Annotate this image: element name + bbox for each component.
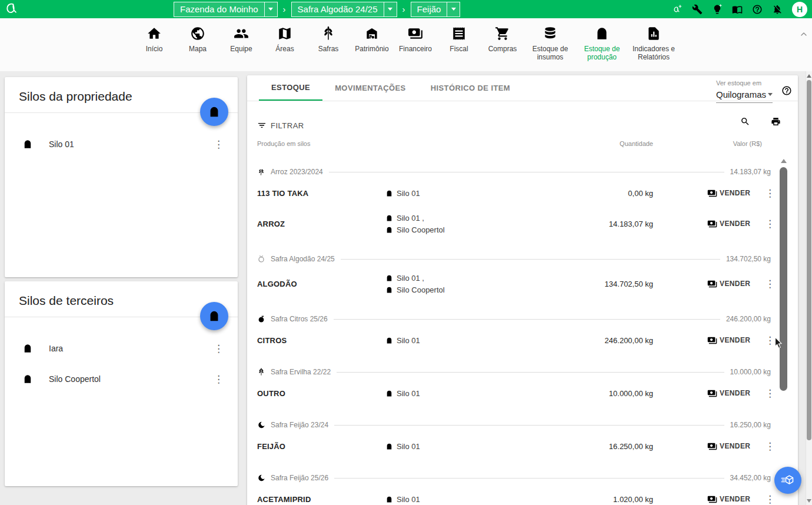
payments-icon bbox=[707, 335, 717, 345]
vender-button[interactable]: VENDER bbox=[707, 188, 750, 198]
notifications-off-icon[interactable] bbox=[772, 4, 783, 15]
item-quantity: 1.020,00 kg bbox=[527, 495, 653, 504]
nav-item-safras[interactable]: Safras bbox=[307, 26, 350, 71]
row-menu-button[interactable]: ⋮ bbox=[763, 387, 780, 400]
silo-icon bbox=[385, 337, 393, 344]
nav-item-patrimonio[interactable]: Patrimônio bbox=[350, 26, 394, 71]
column-header-value: Valor (R$) bbox=[703, 140, 762, 147]
breadcrumb-separator: › bbox=[283, 4, 286, 14]
silo-icon bbox=[385, 274, 393, 282]
item-menu-button[interactable]: ⋮ bbox=[211, 373, 226, 386]
item-quantity: 16.250,00 kg bbox=[527, 442, 653, 451]
divider bbox=[329, 172, 724, 172]
print-icon[interactable] bbox=[771, 117, 781, 127]
ship-production-button[interactable] bbox=[774, 467, 801, 494]
page-scrollbar[interactable] bbox=[806, 71, 812, 505]
row-menu-button[interactable]: ⋮ bbox=[763, 334, 780, 347]
farm-select[interactable]: Fazenda do Moinho bbox=[174, 2, 278, 17]
farm-select-value: Fazenda do Moinho bbox=[174, 2, 264, 16]
silo-icon bbox=[208, 310, 221, 323]
wrench-icon[interactable] bbox=[692, 4, 703, 15]
filter-icon bbox=[257, 121, 267, 130]
nav-item-compras[interactable]: Compras bbox=[481, 26, 524, 71]
nav-item-financeiro[interactable]: Financeiro bbox=[394, 26, 437, 71]
row-menu-button[interactable]: ⋮ bbox=[763, 440, 780, 453]
aegro-plus-icon[interactable] bbox=[672, 4, 683, 15]
add-silo-button[interactable] bbox=[200, 302, 228, 330]
row-menu-button[interactable]: ⋮ bbox=[763, 187, 780, 200]
receipt-icon bbox=[451, 26, 467, 41]
tab-historico-de-item[interactable]: HISTÓRICO DE ITEM bbox=[418, 75, 523, 101]
season-select[interactable]: Safra Algodão 24/25 bbox=[291, 2, 397, 17]
scroll-up-arrow[interactable] bbox=[807, 74, 811, 78]
map-icon bbox=[277, 26, 292, 41]
lightbulb-new-icon[interactable] bbox=[712, 4, 723, 15]
vender-button[interactable]: VENDER bbox=[707, 388, 750, 398]
avatar[interactable]: H bbox=[792, 2, 807, 17]
chevron-down-icon bbox=[768, 93, 773, 96]
tab-movimentacoes[interactable]: MOVIMENTAÇÕES bbox=[322, 75, 418, 101]
vender-button[interactable]: VENDER bbox=[707, 335, 750, 345]
scroll-down-arrow[interactable] bbox=[807, 499, 811, 503]
list-item[interactable]: Silo 01 ⋮ bbox=[5, 129, 238, 160]
row-menu-button[interactable]: ⋮ bbox=[763, 278, 780, 290]
chevron-down-icon[interactable] bbox=[264, 2, 277, 16]
vender-button[interactable]: VENDER bbox=[707, 279, 750, 289]
header-actions: H bbox=[672, 0, 807, 18]
item-menu-button[interactable]: ⋮ bbox=[211, 343, 226, 355]
nav-item-fiscal[interactable]: Fiscal bbox=[437, 26, 481, 71]
group-total: 246.200,00 kg bbox=[726, 315, 771, 323]
list-scrollbar[interactable] bbox=[780, 158, 787, 505]
row-menu-button[interactable]: ⋮ bbox=[763, 493, 780, 505]
silo-icon bbox=[594, 26, 610, 41]
scrollbar-thumb[interactable] bbox=[780, 167, 787, 391]
silo-icon bbox=[385, 226, 393, 234]
safra-group-header: Safra Algodão 24/25 134.702,50 kg bbox=[257, 252, 780, 266]
item-name: CITROS bbox=[257, 336, 385, 345]
chevron-down-icon[interactable] bbox=[384, 2, 397, 16]
vender-button[interactable]: VENDER bbox=[707, 494, 750, 504]
payments-icon bbox=[408, 26, 423, 41]
globe-icon bbox=[190, 26, 205, 41]
crop-select[interactable]: Feijão bbox=[411, 2, 461, 17]
third-party-silos-card: Silos de terceiros Iara ⋮ Silo Coopertol… bbox=[5, 281, 238, 486]
vender-button[interactable]: VENDER bbox=[707, 441, 750, 451]
cart-icon bbox=[495, 26, 510, 41]
wheat-icon bbox=[257, 368, 265, 376]
divider bbox=[341, 259, 720, 260]
help-icon[interactable] bbox=[752, 4, 763, 15]
nav-item-areas[interactable]: Áreas bbox=[263, 26, 307, 71]
search-icon[interactable] bbox=[740, 117, 750, 127]
scrollbar-thumb[interactable] bbox=[807, 80, 811, 440]
list-item[interactable]: Iara ⋮ bbox=[5, 333, 238, 364]
collapse-nav-icon[interactable] bbox=[799, 29, 808, 39]
nav-item-inicio[interactable]: Início bbox=[132, 26, 176, 71]
tab-estoque[interactable]: ESTOQUE bbox=[259, 75, 322, 101]
main-nav: Início Mapa Equipe Áreas Safras Patrimôn… bbox=[0, 18, 812, 71]
filter-button[interactable]: FILTRAR bbox=[257, 121, 304, 130]
scroll-up-arrow[interactable] bbox=[781, 159, 787, 163]
item-quantity: 0,00 kg bbox=[527, 189, 653, 198]
add-silo-button[interactable] bbox=[200, 98, 228, 126]
nav-item-indicadores[interactable]: Indicadores e Relatórios bbox=[628, 26, 680, 71]
knowledge-book-icon[interactable] bbox=[732, 4, 743, 15]
item-name: ACETAMIPRID bbox=[257, 495, 385, 504]
app-header: Fazenda do Moinho › Safra Algodão 24/25 … bbox=[0, 0, 812, 18]
nav-item-mapa[interactable]: Mapa bbox=[176, 26, 219, 71]
item-quantity: 134.702,50 kg bbox=[527, 280, 653, 288]
safra-group-header: Arroz 2023/2024 14.183,07 kg bbox=[257, 165, 780, 179]
vender-button[interactable]: VENDER bbox=[707, 219, 750, 229]
bean-icon bbox=[257, 474, 265, 482]
unit-select[interactable]: Ver estoque em Quilogramas bbox=[716, 79, 773, 103]
item-menu-button[interactable]: ⋮ bbox=[211, 138, 226, 151]
crop-select-value: Feijão bbox=[411, 2, 447, 16]
row-menu-button[interactable]: ⋮ bbox=[763, 218, 780, 230]
help-icon[interactable] bbox=[781, 85, 792, 96]
nav-item-equipe[interactable]: Equipe bbox=[219, 26, 263, 71]
list-item[interactable]: Silo Coopertol ⋮ bbox=[5, 364, 238, 394]
nav-item-estoque-insumos[interactable]: Estoque de insumos bbox=[524, 26, 576, 71]
table-row: ACETAMIPRID Silo 01 1.020,00 kg VENDER ⋮ bbox=[257, 486, 780, 505]
item-quantity: 246.200,00 kg bbox=[527, 336, 653, 345]
nav-item-estoque-producao[interactable]: Estoque de produção bbox=[576, 26, 628, 71]
chevron-down-icon[interactable] bbox=[447, 2, 460, 16]
